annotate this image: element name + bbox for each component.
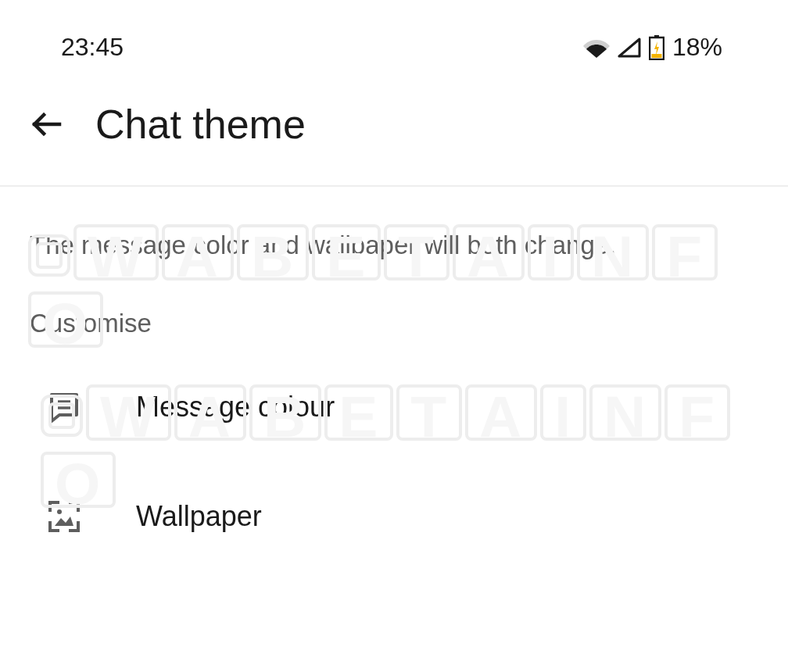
wallpaper-icon — [47, 499, 81, 534]
list-item-message-colour[interactable]: Message colour — [0, 352, 788, 462]
status-bar: 23:45 18% — [0, 0, 788, 77]
battery-icon — [649, 35, 664, 60]
page-title: Chat theme — [95, 101, 306, 148]
status-indicators: 18% — [583, 33, 750, 62]
list-item-label: Message colour — [136, 391, 335, 424]
app-bar: Chat theme — [0, 77, 788, 187]
arrow-left-icon — [30, 108, 63, 141]
svg-point-5 — [57, 509, 62, 514]
list-item-wallpaper[interactable]: Wallpaper — [0, 462, 788, 571]
list-item-label: Wallpaper — [136, 500, 262, 533]
wifi-icon — [583, 38, 610, 58]
section-header-customise: Customise — [0, 287, 788, 352]
svg-rect-2 — [651, 54, 661, 58]
signal-icon — [618, 38, 641, 58]
back-button[interactable] — [30, 108, 63, 141]
battery-percent: 18% — [672, 33, 722, 62]
status-time: 23:45 — [61, 33, 124, 62]
message-icon — [47, 390, 81, 424]
description-text: The message color and wallpaper will bot… — [0, 187, 788, 287]
